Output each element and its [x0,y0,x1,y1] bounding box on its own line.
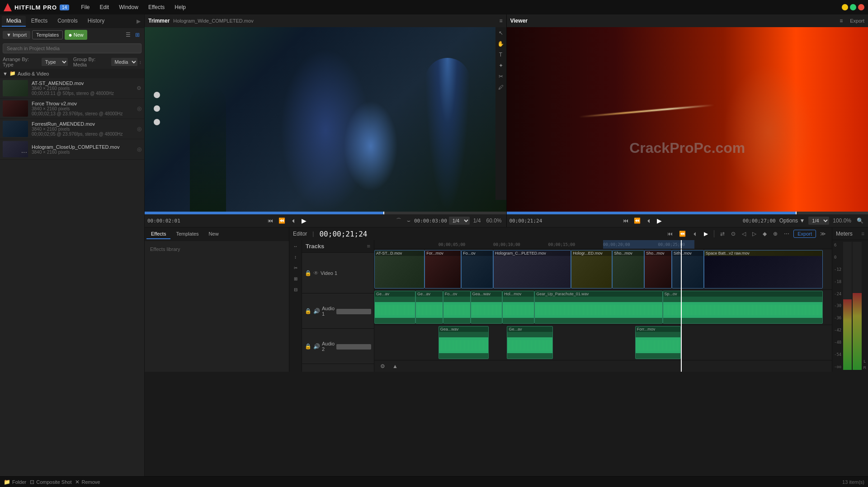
status-composite-shot[interactable]: ⊡ Composite Shot [30,479,71,485]
footer-tab-templates[interactable]: Templates [171,229,203,239]
hand-tool[interactable]: ✋ [497,40,505,48]
track-tool-1[interactable]: ↔ [292,242,300,250]
menu-window[interactable]: Window [114,2,143,12]
trimmer-progress-bar[interactable] [145,212,506,214]
track-options-button[interactable]: ▲ [390,362,400,370]
media-section-audio-video[interactable]: ▼ 📁 Audio & Video [0,69,144,78]
track-tool-2[interactable]: ↕ [292,253,300,261]
lock-icon-v1[interactable]: 🔒 [305,270,311,276]
add-marker-icon[interactable]: ◆ [760,230,769,238]
audio-clip-4[interactable]: Gea...wav [471,291,503,324]
zoom-icon[interactable]: ⊕ [771,230,780,238]
list-item[interactable]: ··· Hologram_CloseUp_COMPLETED.mov 3840 … [0,139,144,160]
clip-space-battle[interactable]: Space Batt...v2 raw.mov [704,250,823,288]
editor-step-back[interactable]: ⏪ [677,230,688,238]
add-track-button[interactable]: ⚙ [378,362,387,370]
editor-go-start[interactable]: ⏮ [665,230,675,238]
new-button[interactable]: ● New [65,30,87,40]
trimmer-go-start[interactable]: ⏮ [266,217,275,225]
list-view-button[interactable]: ☰ [124,31,132,39]
clip-force[interactable]: For...mov [425,250,461,288]
footer-tab-new[interactable]: New [204,229,223,239]
clip-at-st[interactable]: AT-ST...D.mov [374,250,425,288]
viewer-options[interactable]: Options ▼ [778,217,807,225]
editor-play[interactable]: ▶ [702,230,710,238]
tracks-menu-icon[interactable]: ≡ [367,243,370,250]
clip-sho2[interactable]: Sho...mov [644,250,672,288]
audio-clip-2[interactable]: Ge...av [415,291,443,324]
editor-export-button[interactable]: Export [793,230,816,238]
settings-icon-2[interactable]: ◎ [137,105,142,112]
mute-icon-a2[interactable]: 🔊 [313,343,320,350]
lock-icon-a1[interactable]: 🔒 [305,308,311,314]
trim-tool[interactable]: ✂ [497,72,505,80]
templates-button[interactable]: Templates [32,30,63,39]
trimmer-step-back[interactable]: ⏪ [277,217,287,225]
track-tool-3[interactable]: ✂ [292,264,300,272]
status-folder[interactable]: 📁 Folder [4,479,26,485]
eye-icon-v1[interactable]: 👁 [313,270,319,276]
meters-menu-icon[interactable]: ≡ [861,231,864,237]
settings-icon-1[interactable]: ⚙ [137,85,142,91]
mark-out-icon[interactable]: ▷ [750,230,759,238]
track-tool-5[interactable]: ⊟ [292,285,300,293]
menu-help[interactable]: Help [170,2,190,12]
viewer-step-back[interactable]: ⏪ [632,217,642,225]
marker-1[interactable] [154,92,160,98]
trimmer-play-back[interactable]: ⏴ [289,217,298,225]
list-item[interactable]: Force Throw v2.mov 3840 × 2160 pixels 00… [0,99,144,119]
text-tool[interactable]: T [497,51,505,59]
tab-media[interactable]: Media [2,16,26,27]
tab-history[interactable]: History [83,16,109,27]
viewer-menu-icon[interactable]: ≡ [840,18,843,24]
maximize-button[interactable] [850,4,856,10]
snap-icon[interactable]: ⊙ [729,230,738,238]
clip-fo[interactable]: Fo...ov [461,250,493,288]
viewer-play-back[interactable]: ⏴ [644,217,653,225]
export-label[interactable]: Export [850,18,864,24]
close-button[interactable] [858,4,864,10]
status-remove[interactable]: ✕ Remove [75,479,100,485]
panel-settings-icon[interactable]: ≫ [818,230,828,238]
arrange-select[interactable]: TypeNameDate [42,58,68,66]
marker-3[interactable] [154,119,160,125]
audio-clip-5[interactable]: Hol...mov [502,291,534,324]
grid-view-button[interactable]: ⊞ [133,31,142,39]
tab-effects[interactable]: Effects [27,16,52,27]
menu-edit[interactable]: Edit [95,2,114,12]
import-button[interactable]: ▼ Import [3,31,30,39]
settings-icon-3[interactable]: ◎ [137,126,142,132]
viewer-quality-select[interactable]: 1/41/2Full [808,217,829,225]
pointer-tool[interactable]: ↖ [497,29,505,37]
clip-hologred[interactable]: Hologr...ED.mov [571,250,612,288]
audio-clip-3[interactable]: Fo...ov [443,291,471,324]
ripple-icon[interactable]: ⇄ [718,230,727,238]
mute-icon-a1[interactable]: 🔊 [313,308,320,314]
menu-file[interactable]: File [76,2,94,12]
editor-play-back[interactable]: ⏴ [690,230,700,238]
audio-clip-1[interactable]: Ge...av [374,291,415,324]
trimmer-out-point[interactable]: ⌣ [405,217,412,225]
search-input[interactable] [3,43,142,53]
audio-clip2-3[interactable]: Forr...mov [635,326,681,359]
audio-clip-6[interactable]: Gear_Up_Parachute_01.wav [534,291,662,324]
mark-in-icon[interactable]: ◁ [740,230,748,238]
track-tool-4[interactable]: ⊞ [292,274,300,283]
minimize-button[interactable] [842,4,848,10]
sort-icon[interactable]: ↕ [139,59,142,65]
footer-tab-effects[interactable]: Effects [146,229,170,239]
audio-clip2-2[interactable]: Ge...av [507,326,552,359]
viewer-zoom-in[interactable]: 🔍 [855,217,865,225]
more-icon[interactable]: ⋯ [782,230,792,238]
lock-icon-a2[interactable]: 🔒 [305,343,311,350]
mask-tool[interactable]: ✦ [497,61,505,70]
list-item[interactable]: AT-ST_AMENDED.mov 3840 × 2160 pixels 00;… [0,78,144,99]
viewer-go-start[interactable]: ⏮ [621,217,630,225]
settings-icon-4[interactable]: ◎ [137,146,142,152]
trimmer-play[interactable]: ▶ [300,216,308,225]
list-item[interactable]: ForrestRun_AMENDED.mov 3840 × 2160 pixel… [0,119,144,139]
menu-effects[interactable]: Effects [144,2,169,12]
viewer-progress-bar[interactable] [507,212,868,214]
audio-clip-7[interactable]: Sp...ov [663,291,823,324]
tab-controls[interactable]: Controls [53,16,82,27]
